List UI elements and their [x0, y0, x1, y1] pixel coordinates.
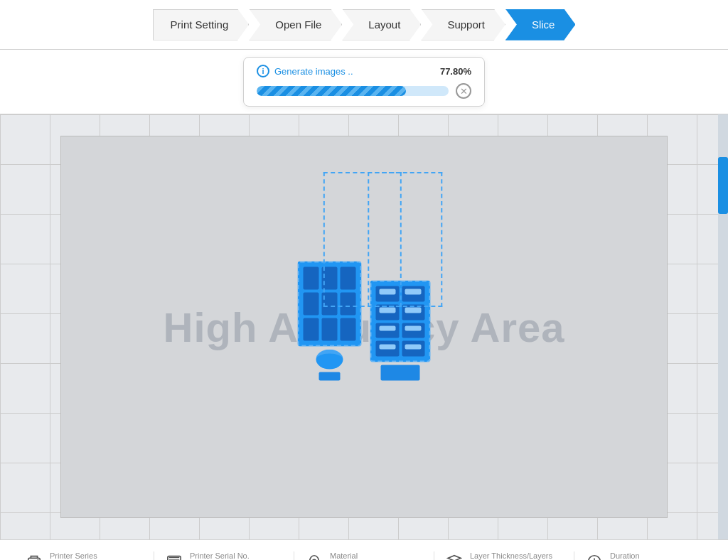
grid-cell [322, 293, 338, 316]
printer-series-group: Printer Series AccuFab-L4K [50, 551, 105, 561]
small-platform [319, 372, 341, 381]
slot-cell [402, 323, 425, 338]
cancel-button[interactable]: ✕ [456, 83, 471, 99]
main-canvas: High Accuracy Area [0, 114, 728, 539]
status-bar: Printer Series AccuFab-L4K Printer Seria… [0, 539, 728, 560]
slot-cell [376, 286, 400, 302]
grid-cell [304, 293, 319, 316]
step-support-label[interactable]: Support [421, 9, 505, 41]
step-open-file-label[interactable]: Open File [249, 9, 342, 41]
status-printer-series: Printer Series AccuFab-L4K [14, 551, 154, 561]
right-scrollbar[interactable] [718, 114, 728, 539]
progress-title: Generate images .. [274, 66, 353, 77]
progress-bar-row: ✕ [257, 83, 471, 99]
progress-card: i Generate images .. 77.80% ✕ [243, 57, 485, 107]
progress-header: i Generate images .. 77.80% [257, 65, 471, 77]
printer-icon [26, 553, 43, 561]
printer-series-label: Printer Series [50, 551, 105, 560]
right-object [370, 281, 431, 381]
progress-percent: 77.80% [440, 66, 471, 77]
grid-cell [341, 293, 356, 316]
serial-label: Printer Serial No. [190, 551, 272, 560]
grid-cell [322, 267, 338, 290]
progress-title-group: i Generate images .. [257, 65, 353, 77]
right-grid-panel [370, 281, 431, 362]
grid-cell [341, 267, 356, 290]
scrollbar-thumb[interactable] [718, 157, 728, 214]
step-print-setting-label[interactable]: Print Setting [153, 9, 250, 41]
layer-group: Layer Thickness/Layers 0.1/80 [470, 551, 552, 561]
step-open-file[interactable]: Open File [249, 9, 342, 41]
layer-label: Layer Thickness/Layers [470, 551, 552, 560]
serial-group: Printer Serial No. L4K00000-GJ800000 [190, 551, 272, 561]
grid-cell [304, 318, 319, 341]
cancel-icon: ✕ [460, 86, 468, 97]
progress-bar-fill [257, 86, 406, 96]
step-support[interactable]: Support [421, 9, 505, 41]
serial-icon [166, 553, 183, 561]
slot-cell [402, 341, 425, 357]
step-print-setting[interactable]: Print Setting [153, 9, 250, 41]
step-slice-label[interactable]: Slice [505, 9, 576, 41]
step-slice[interactable]: Slice [505, 9, 576, 41]
grid-cell [341, 318, 356, 341]
left-object [298, 262, 362, 381]
grid-cell [322, 318, 338, 341]
progress-area: i Generate images .. 77.80% ✕ [0, 50, 728, 114]
duration-group: Duration 00:18:30 [610, 551, 644, 561]
status-duration: Duration 00:18:30 [574, 551, 714, 561]
left-grid-panel [298, 262, 362, 347]
grid-cell [304, 267, 319, 290]
slot-cell [376, 304, 400, 320]
slot-cell [376, 323, 400, 338]
rect-base [381, 365, 420, 381]
status-material: Material [M3D]RED [294, 551, 434, 561]
material-group: Material [M3D]RED [330, 551, 372, 561]
slot-cell [376, 341, 400, 357]
step-layout[interactable]: Layout [342, 9, 421, 41]
status-layer: Layer Thickness/Layers 0.1/80 [434, 551, 574, 561]
material-icon [306, 553, 323, 561]
step-layout-label[interactable]: Layout [342, 9, 421, 41]
objects-container [298, 262, 431, 381]
slot-cell [402, 304, 425, 320]
cylinder-base [316, 350, 343, 370]
work-area: High Accuracy Area [60, 136, 668, 518]
slot-cell [402, 286, 425, 302]
top-navigation: Print Setting Open File Layout Support S… [0, 0, 728, 50]
info-icon: i [257, 65, 269, 77]
progress-bar-track [257, 86, 449, 96]
status-serial: Printer Serial No. L4K00000-GJ800000 [154, 551, 294, 561]
material-label: Material [330, 551, 372, 560]
duration-label: Duration [610, 551, 644, 560]
layer-icon [446, 553, 463, 561]
duration-icon [586, 553, 603, 561]
